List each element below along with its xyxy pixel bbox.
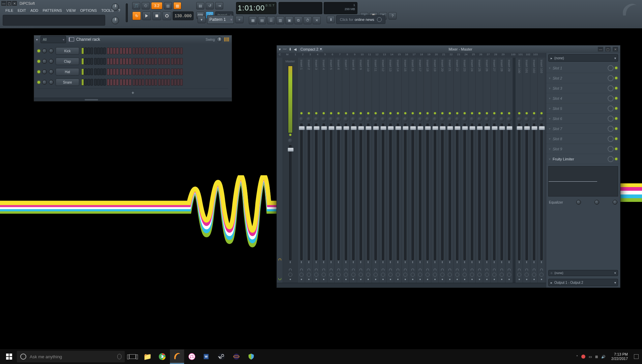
track-fader[interactable] [412, 124, 414, 260]
step[interactable] [126, 48, 128, 54]
menu-options[interactable]: OPTIONS [78, 7, 99, 13]
track-knob-icon[interactable] [351, 273, 355, 277]
mixer-close-icon[interactable]: ✕ [613, 47, 618, 52]
track-dot-icon[interactable] [316, 279, 317, 280]
track-fx-icon[interactable]: ⬍ [448, 261, 451, 265]
track-knob-icon[interactable] [440, 273, 444, 277]
track-fx-icon[interactable]: ⬍ [441, 261, 444, 265]
step[interactable] [174, 58, 177, 65]
channel-button[interactable]: Hat [56, 68, 79, 75]
step[interactable] [84, 79, 87, 86]
countdown-icon[interactable]: ▥ [164, 2, 172, 9]
track-enable-led[interactable] [538, 112, 545, 115]
step[interactable] [180, 58, 183, 65]
track-dot-icon[interactable] [471, 279, 473, 280]
step[interactable] [171, 58, 174, 65]
step[interactable] [142, 58, 144, 65]
step[interactable] [158, 68, 161, 75]
track-fx-icon[interactable]: ⬍ [500, 261, 503, 265]
track-number[interactable]: 3 [307, 53, 314, 58]
track-pan-knob[interactable] [329, 117, 333, 122]
track-enable-led[interactable] [298, 112, 305, 115]
track-enable-led[interactable] [357, 112, 364, 115]
tray-volume-icon[interactable]: 🔊 [601, 355, 605, 359]
step[interactable] [116, 48, 119, 54]
col-m[interactable]: M [283, 53, 292, 58]
song-mode-icon[interactable]: ▾ [198, 16, 206, 23]
tray-battery-icon[interactable]: ▭ [589, 355, 592, 359]
step[interactable] [107, 58, 110, 65]
track-number[interactable]: 19 [425, 53, 433, 58]
mixer-track[interactable]: Insert 28 ⬍ [498, 58, 505, 283]
mixer-track[interactable]: Insert 26 ⬍ [483, 58, 491, 283]
step[interactable] [120, 58, 122, 65]
track-knob-icon[interactable] [455, 273, 459, 277]
step[interactable] [94, 58, 97, 65]
route-down-icon[interactable] [279, 278, 281, 280]
track-send-up-icon[interactable] [289, 269, 292, 271]
current-track-col[interactable] [277, 58, 283, 283]
track-dot-icon[interactable] [323, 279, 324, 280]
blend-icon[interactable]: ▥ [173, 2, 181, 9]
track-enable-led[interactable] [491, 112, 498, 115]
step[interactable] [164, 58, 167, 65]
step[interactable] [142, 79, 144, 86]
track-fader[interactable] [541, 124, 543, 260]
track-fader[interactable] [382, 124, 384, 260]
mixer-track[interactable]: Insert 1 ⬍ [298, 58, 305, 283]
track-pan-knob[interactable] [477, 117, 482, 122]
track-enable-led[interactable] [461, 112, 468, 115]
step[interactable] [90, 79, 93, 86]
track-knob-icon[interactable] [322, 273, 326, 277]
track-number[interactable]: 100 [509, 53, 517, 58]
mixer-track[interactable]: Insert 29 ⬍ [505, 58, 513, 283]
track-knob-icon[interactable] [485, 273, 489, 277]
track-enable-led[interactable] [523, 112, 530, 115]
track-number[interactable]: 102 [524, 53, 532, 58]
step[interactable] [129, 48, 132, 54]
mixer-input-dropdown[interactable]: ▸(none) [548, 54, 618, 62]
track-send-up-icon[interactable] [500, 269, 503, 271]
step[interactable] [133, 79, 135, 86]
step[interactable] [81, 79, 84, 86]
track-dot-icon[interactable] [457, 279, 458, 280]
track-enable-led[interactable] [439, 112, 446, 115]
track-number[interactable]: 29 [499, 53, 507, 58]
track-fx-icon[interactable]: ⬍ [419, 261, 421, 265]
track-fader[interactable] [352, 124, 354, 260]
track-fx-icon[interactable]: ⬍ [374, 261, 377, 265]
track-pan-knob[interactable] [307, 117, 311, 122]
close-icon[interactable]: ✕ [12, 1, 17, 6]
step[interactable] [142, 68, 144, 75]
mixer-track[interactable]: Insert 2 ⬍ [305, 58, 313, 283]
track-dot-icon[interactable] [427, 279, 428, 280]
mixer-track[interactable]: Insert 12 ⬍ [379, 58, 387, 283]
track-fader[interactable] [533, 124, 535, 260]
step[interactable] [145, 58, 148, 65]
mixer-track[interactable]: Insert 18 ⬍ [424, 58, 431, 283]
track-enable-led[interactable] [313, 112, 320, 115]
step[interactable] [139, 68, 141, 75]
step[interactable] [171, 79, 174, 86]
track-dot-icon[interactable] [419, 279, 421, 280]
track-enable-led[interactable] [409, 112, 416, 115]
mixer-menu-icon[interactable]: ▾ [279, 47, 281, 52]
step[interactable] [145, 68, 148, 75]
track-send-up-icon[interactable] [493, 269, 496, 271]
song-position[interactable]: 1:01:00B:S:T [236, 2, 276, 14]
track-send-up-icon[interactable] [345, 269, 347, 271]
step[interactable] [84, 68, 87, 75]
track-enable-led[interactable] [530, 112, 537, 115]
track-knob-icon[interactable] [359, 273, 363, 277]
track-send-up-icon[interactable] [463, 269, 466, 271]
maximize-icon[interactable]: ▢ [7, 1, 11, 6]
step[interactable] [126, 58, 128, 65]
track-fader[interactable] [404, 124, 406, 260]
track-enable-led[interactable] [454, 112, 461, 115]
track-number[interactable]: 10 [358, 53, 366, 58]
step[interactable] [94, 68, 97, 75]
track-pan-knob[interactable] [470, 117, 474, 122]
step[interactable] [120, 79, 122, 86]
track-send-up-icon[interactable] [540, 269, 543, 271]
pattern-mode-button[interactable]: ↻ [132, 11, 141, 20]
